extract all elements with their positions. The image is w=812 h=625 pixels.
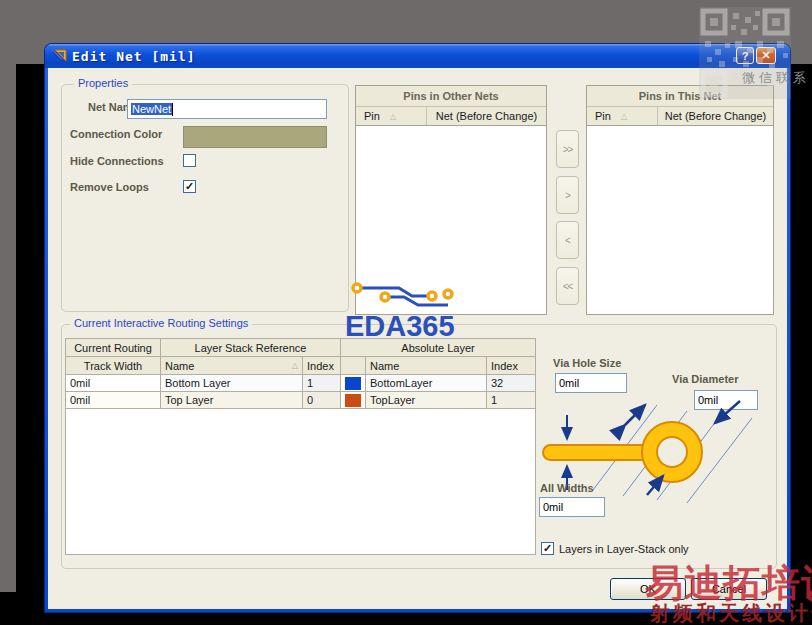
ref-name-cell: Top Layer	[161, 392, 303, 409]
net-name-selected-text: NewNet	[131, 103, 172, 115]
remove-loops-checkbox[interactable]: ✓	[183, 180, 196, 193]
header-current-routing[interactable]: Current Routing	[66, 339, 161, 357]
checkmark-icon: ✓	[185, 181, 194, 192]
routing-table: Current Routing Layer Stack Reference Ab…	[65, 338, 536, 555]
move-left-button[interactable]: <	[556, 221, 579, 259]
pins-this-pin-column-header[interactable]: Pin △	[587, 107, 658, 125]
ref-index-cell: 0	[303, 392, 341, 409]
abs-name-cell: BottomLayer	[366, 375, 487, 392]
screen: Edit Net [mil] ? ✕ Properties Net Name N…	[0, 0, 812, 625]
sort-ascending-icon: △	[292, 361, 298, 370]
pins-this-net-panel: Pins in This Net Pin △ Net (Before Chang…	[586, 85, 774, 315]
hide-connections-checkbox[interactable]	[183, 154, 196, 167]
subheader-track-width[interactable]: Track Width	[66, 357, 161, 375]
hide-connections-label: Hide Connections	[70, 155, 164, 167]
abs-name-cell: TopLayer	[366, 392, 487, 409]
layers-in-stack-label: Layers in Layer-Stack only	[559, 543, 689, 555]
text-caret	[172, 103, 173, 116]
subheader-layer-color[interactable]	[341, 357, 366, 375]
subheader-ref-index[interactable]: Index	[303, 357, 341, 375]
wechat-contact-caption: 微信联系	[742, 69, 810, 87]
pin-header-label: Pin	[364, 110, 380, 122]
net-name-input[interactable]: NewNet	[127, 99, 327, 119]
layer-color-cell	[341, 375, 366, 392]
abs-index-cell: 32	[487, 375, 536, 392]
ref-name-cell: Bottom Layer	[161, 375, 303, 392]
via-hole-size-value: 0mil	[559, 377, 579, 389]
via-hole-size-label: Via Hole Size	[553, 357, 621, 369]
name-header-label: Name	[165, 360, 194, 372]
ref-index-cell: 1	[303, 375, 341, 392]
move-all-left-button[interactable]: <<	[556, 267, 579, 305]
sort-ascending-icon: △	[390, 112, 396, 121]
subheader-abs-index[interactable]: Index	[487, 357, 536, 375]
checkmark-icon: ✓	[543, 543, 552, 554]
all-widths-label: All Widths	[540, 482, 594, 494]
layer-color-chip	[345, 377, 361, 390]
remove-loops-label: Remove Loops	[70, 181, 149, 193]
track-width-cell: 0mil	[66, 375, 161, 392]
layer-color-cell	[341, 392, 366, 409]
title-bar[interactable]: Edit Net [mil] ? ✕	[45, 44, 790, 68]
via-hole-size-input[interactable]: 0mil	[555, 373, 627, 393]
connection-color-swatch[interactable]	[183, 126, 327, 148]
net-header-label: Net (Before Change)	[665, 110, 767, 122]
app-ruler-icon	[52, 48, 68, 64]
sort-ascending-icon: △	[621, 112, 627, 121]
subheader-abs-name[interactable]: Name	[366, 357, 487, 375]
desktop-left-strip	[0, 0, 16, 592]
layers-in-stack-checkbox[interactable]: ✓	[541, 542, 554, 555]
eda365-watermark: EDA365	[345, 310, 455, 343]
all-widths-input[interactable]: 0mil	[539, 497, 605, 517]
abs-index-cell: 1	[487, 392, 536, 409]
routing-settings-group-label: Current Interactive Routing Settings	[70, 317, 252, 329]
table-empty-area[interactable]	[66, 409, 536, 555]
pins-this-net-column-header[interactable]: Net (Before Change)	[658, 107, 773, 125]
all-widths-value: 0mil	[543, 501, 563, 513]
pin-header-label: Pin	[595, 110, 611, 122]
layer-color-chip	[345, 394, 361, 407]
window-title: Edit Net [mil]	[72, 49, 196, 64]
track-width-cell: 0mil	[66, 392, 161, 409]
net-header-label: Net (Before Change)	[436, 110, 538, 122]
table-row[interactable]: 0mil Top Layer 0 TopLayer 1	[66, 392, 536, 409]
training-watermark-line2: 射频和天线设计专家	[650, 600, 812, 625]
subheader-ref-name[interactable]: Name △	[161, 357, 303, 375]
move-right-button[interactable]: >	[556, 176, 579, 214]
pins-other-net-column-header[interactable]: Net (Before Change)	[427, 107, 546, 125]
pcb-trace-logo-icon	[344, 276, 462, 310]
table-row[interactable]: 0mil Bottom Layer 1 BottomLayer 32	[66, 375, 536, 392]
pins-other-pin-column-header[interactable]: Pin △	[356, 107, 427, 125]
header-layer-stack-reference[interactable]: Layer Stack Reference	[161, 339, 341, 357]
via-diameter-label: Via Diameter	[672, 373, 738, 385]
pins-other-nets-title: Pins in Other Nets	[356, 86, 546, 107]
move-all-right-button[interactable]: >>	[556, 130, 579, 168]
pins-this-net-list[interactable]	[587, 126, 773, 314]
properties-group-label: Properties	[74, 77, 132, 89]
connection-color-label: Connection Color	[70, 128, 162, 140]
